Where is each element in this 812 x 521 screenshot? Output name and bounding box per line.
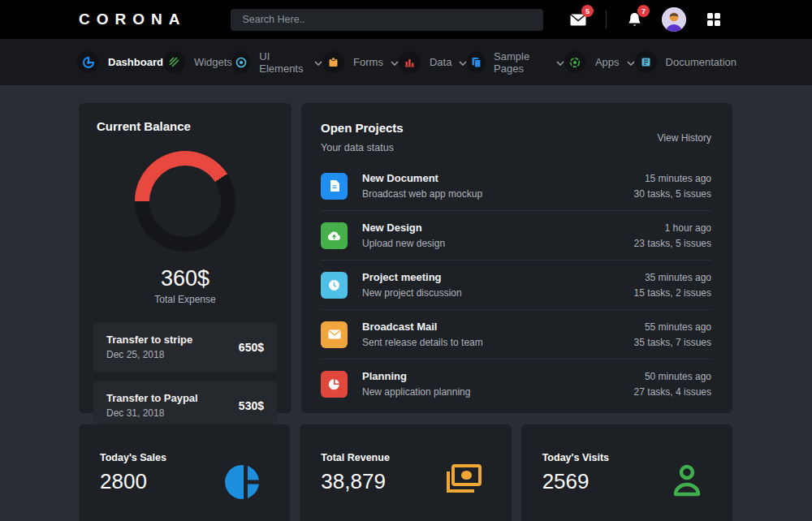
project-item[interactable]: New Document Broadcast web app mockup 15… <box>321 161 711 211</box>
total-revenue-card: Total Revenue 38,879 <box>300 424 511 521</box>
project-item[interactable]: New Design Upload new design 1 hour ago … <box>321 211 711 260</box>
stat-title: Today's Sales <box>100 452 166 463</box>
chevron-down-icon <box>391 61 399 66</box>
nav-item-widgets[interactable]: Widgets <box>163 51 232 73</box>
nav-label: UI Elements <box>259 50 307 75</box>
total-expense-amount: 360$ <box>93 266 277 291</box>
balance-donut-chart <box>135 151 235 252</box>
project-meta: 27 tasks, 4 issues <box>634 386 711 398</box>
data-chart-icon <box>399 51 421 73</box>
corona-logo[interactable]: CORONA <box>79 11 186 28</box>
sales-pie-chart-icon <box>223 463 261 504</box>
project-meta: 35 tasks, 7 issues <box>634 337 711 348</box>
project-title: Broadcast Mail <box>362 321 483 333</box>
apps-icon <box>564 51 586 73</box>
nav-label: Data <box>430 56 451 68</box>
transfer-date: Dec 25, 2018 <box>106 349 192 360</box>
cloud-upload-icon <box>321 222 348 249</box>
nav-label: Dashboard <box>108 56 163 68</box>
nav-item-documentation[interactable]: Documentation <box>635 51 736 73</box>
project-meta: 23 tasks, 5 issues <box>634 238 711 249</box>
transfers-list: Transfer to stripe Dec 25, 2018 650$ Tra… <box>93 323 277 430</box>
nav-item-dashboard[interactable]: Dashboard <box>77 51 163 73</box>
project-item[interactable]: Planning New application planning 50 min… <box>321 360 711 408</box>
nav-item-sample-pages[interactable]: Sample Pages <box>467 50 564 75</box>
chevron-down-icon <box>627 61 635 66</box>
current-balance-card: Current Balance 360$ Total Expense Trans… <box>79 103 292 413</box>
project-time: 1 hour ago <box>634 222 711 234</box>
project-meta: 15 tasks, 2 issues <box>634 287 711 299</box>
mail-badge: 5 <box>581 5 594 17</box>
transfer-date: Dec 31, 2018 <box>106 407 198 419</box>
money-icon <box>443 463 482 497</box>
header-actions: 5 7 <box>568 7 781 32</box>
project-title: Planning <box>362 370 470 382</box>
chevron-down-icon <box>314 61 322 66</box>
envelope-icon <box>321 321 348 348</box>
transfer-row[interactable]: Transfer to Paypal Dec 31, 2018 530$ <box>93 381 277 430</box>
todays-visits-card: Today's Visits 2569 <box>521 424 732 521</box>
chevron-down-icon <box>459 61 467 66</box>
transfer-title: Transfer to Paypal <box>106 392 198 404</box>
open-projects-card: Open Projects Your data status View Hist… <box>301 103 732 413</box>
header-divider <box>606 11 607 28</box>
clock-icon <box>321 272 348 299</box>
notifications-badge: 7 <box>637 5 650 17</box>
project-item[interactable]: Broadcast Mail Sent release details to t… <box>321 310 711 360</box>
pages-icon <box>467 51 485 73</box>
grid-icon <box>707 13 721 27</box>
nav-label: Apps <box>595 56 620 68</box>
project-title: Project meeting <box>362 271 462 283</box>
person-icon <box>671 463 703 501</box>
project-title: New Document <box>362 172 482 184</box>
notifications-button[interactable]: 7 <box>624 9 645 30</box>
project-desc: Sent release details to team <box>362 337 483 348</box>
stat-title: Total Revenue <box>321 452 390 463</box>
nav-label: Widgets <box>194 56 232 68</box>
project-meta: 30 tasks, 5 issues <box>634 188 711 200</box>
top-header: CORONA 5 7 <box>0 0 812 39</box>
nav-item-apps[interactable]: Apps <box>564 51 635 73</box>
search-bar <box>231 9 543 31</box>
nav-item-data[interactable]: Data <box>399 51 467 73</box>
forms-icon <box>322 51 344 73</box>
nav-item-forms[interactable]: Forms <box>322 51 399 73</box>
pie-chart-icon <box>321 371 348 398</box>
projects-list: New Document Broadcast web app mockup 15… <box>321 161 711 408</box>
todays-sales-card: Today's Sales 2800 <box>79 424 290 521</box>
transfer-amount: 650$ <box>239 341 264 354</box>
project-desc: Broadcast web app mockup <box>362 188 482 200</box>
apps-grid-button[interactable] <box>703 9 724 30</box>
project-time: 50 minutes ago <box>634 371 711 382</box>
transfer-amount: 530$ <box>239 399 264 412</box>
project-time: 35 minutes ago <box>634 272 711 283</box>
stat-value: 2569 <box>542 469 609 494</box>
avatar-image <box>662 7 686 32</box>
balance-card-title: Current Balance <box>93 119 277 133</box>
stat-title: Today's Visits <box>542 452 609 463</box>
projects-card-title: Open Projects <box>321 121 711 135</box>
project-desc: Upload new design <box>362 238 445 249</box>
nav-item-ui-elements[interactable]: UI Elements <box>232 50 322 75</box>
document-icon <box>321 173 348 200</box>
mail-button[interactable]: 5 <box>568 9 589 30</box>
project-desc: New application planning <box>362 386 470 398</box>
total-expense-label: Total Expense <box>93 294 277 305</box>
project-time: 15 minutes ago <box>634 173 711 184</box>
avatar[interactable] <box>662 7 686 32</box>
main-content: Current Balance 360$ Total Expense Trans… <box>0 85 812 521</box>
transfer-row[interactable]: Transfer to stripe Dec 25, 2018 650$ <box>93 323 277 372</box>
transfer-title: Transfer to stripe <box>106 334 192 346</box>
projects-card-subtitle: Your data status <box>321 142 711 153</box>
view-history-link[interactable]: View History <box>658 132 711 144</box>
documentation-icon <box>635 51 657 73</box>
nav-label: Sample Pages <box>494 50 549 75</box>
project-desc: New project discussion <box>362 287 462 299</box>
search-input[interactable] <box>231 9 543 31</box>
widgets-icon <box>163 51 185 73</box>
nav-label: Forms <box>353 56 383 68</box>
project-item[interactable]: Project meeting New project discussion 3… <box>321 260 711 310</box>
stat-value: 38,879 <box>321 469 390 494</box>
project-time: 55 minutes ago <box>634 321 711 333</box>
ui-elements-icon <box>232 51 250 73</box>
